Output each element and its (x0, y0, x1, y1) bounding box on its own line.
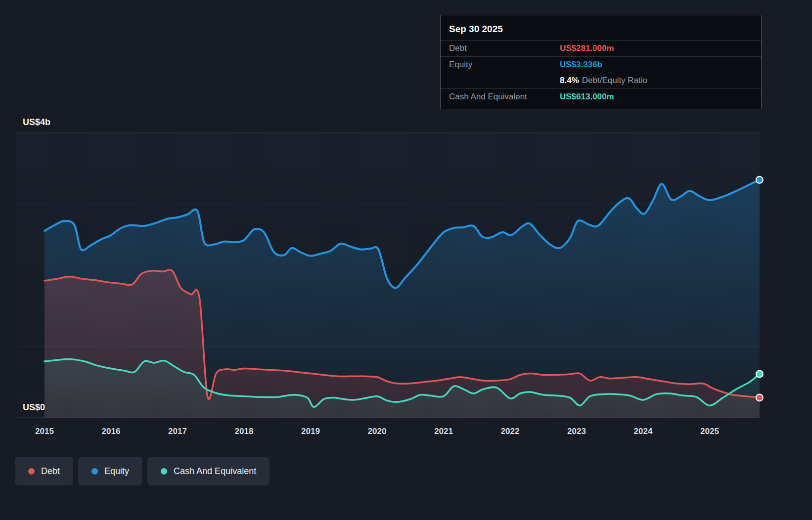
tooltip-debt-label: Debt (449, 43, 560, 53)
x-axis-label: 2017 (168, 427, 187, 436)
legend-item-cash[interactable]: Cash And Equivalent (147, 457, 270, 485)
x-axis-label: 2020 (368, 427, 387, 436)
equity-endpoint-marker[interactable] (756, 176, 763, 183)
cash-legend-dot-icon (161, 468, 167, 475)
tooltip-date: Sep 30 2025 (441, 17, 761, 40)
tooltip-cash-label: Cash And Equivalent (449, 92, 560, 102)
x-axis-label: 2021 (434, 427, 453, 436)
tooltip-ratio-value: 8.4% (560, 76, 579, 85)
legend-item-debt[interactable]: Debt (15, 457, 73, 485)
x-axis-label: 2016 (102, 427, 121, 436)
tooltip-equity-value: US$3.336b (560, 60, 602, 70)
tooltip-row-equity: Equity US$3.336b (441, 56, 761, 73)
x-axis-label: 2025 (700, 427, 719, 436)
tooltip-row-ratio: 8.4%Debt/Equity Ratio (441, 73, 761, 88)
legend-cash-label: Cash And Equivalent (174, 466, 256, 477)
y-axis-label: US$0 (23, 402, 45, 412)
x-axis-label: 2023 (567, 427, 586, 436)
debt-legend-dot-icon (28, 468, 35, 475)
cash-and-equivalent-endpoint-marker[interactable] (756, 371, 763, 378)
legend-equity-label: Equity (104, 466, 129, 477)
legend-item-equity[interactable]: Equity (78, 457, 142, 485)
x-axis-label: 2019 (301, 427, 320, 436)
equity-legend-dot-icon (91, 468, 98, 475)
chart-tooltip: Sep 30 2025 Debt US$281.000m Equity US$3… (440, 15, 762, 109)
tooltip-equity-label: Equity (449, 60, 560, 70)
x-axis-label: 2022 (501, 427, 520, 436)
tooltip-row-debt: Debt US$281.000m (441, 40, 761, 56)
chart-legend: Debt Equity Cash And Equivalent (15, 457, 270, 485)
y-axis-label: US$4b (23, 117, 50, 127)
x-axis-label: 2018 (235, 427, 254, 436)
debt-endpoint-marker[interactable] (756, 394, 763, 401)
tooltip-ratio-label: Debt/Equity Ratio (582, 76, 647, 85)
tooltip-cash-value: US$613.000m (560, 92, 614, 102)
tooltip-debt-value: US$281.000m (560, 43, 614, 53)
x-axis-label: 2024 (634, 427, 653, 436)
x-axis-label: 2015 (35, 427, 54, 436)
legend-debt-label: Debt (41, 466, 60, 477)
tooltip-row-cash: Cash And Equivalent US$613.000m (441, 88, 761, 105)
